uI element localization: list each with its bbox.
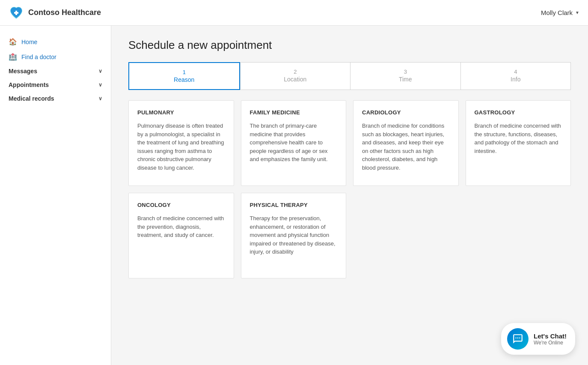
sidebar-item-find-doctor[interactable]: 🏥 Find a doctor <box>0 49 111 64</box>
step-time-number: 3 <box>359 69 452 75</box>
step-reason[interactable]: 1 Reason <box>128 62 240 90</box>
svg-rect-0 <box>516 338 517 338</box>
sidebar-section-messages-label: Messages <box>9 68 37 75</box>
card-title-cardiology: CARDIOLOGY <box>362 109 450 116</box>
main-content: Schedule a new appointment 1 Reason 2 Lo… <box>111 26 588 365</box>
chat-status: We're Online <box>534 340 567 346</box>
chat-text: Let's Chat! We're Online <box>534 332 567 346</box>
card-cardiology[interactable]: CARDIOLOGY Branch of medicine for condit… <box>353 100 459 186</box>
step-location-label: Location <box>249 76 342 83</box>
sidebar-section-appointments[interactable]: Appointments ∨ <box>0 78 111 92</box>
sidebar-section-appointments-label: Appointments <box>9 81 49 88</box>
chat-widget[interactable]: Let's Chat! We're Online <box>501 323 575 355</box>
card-pulmonary[interactable]: PULMONARY Pulmonary disease is often tre… <box>128 100 234 186</box>
step-reason-number: 1 <box>138 69 231 75</box>
app-header: Contoso Healthcare Molly Clark ▼ <box>0 0 588 26</box>
find-doctor-icon: 🏥 <box>9 53 17 61</box>
medical-records-chevron-icon: ∨ <box>98 96 102 102</box>
appointments-chevron-icon: ∨ <box>98 82 102 88</box>
card-desc-gastrology: Branch of medicine concerned with the st… <box>475 122 562 155</box>
card-desc-pulmonary: Pulmonary disease is often treated by a … <box>137 122 225 172</box>
user-menu-chevron: ▼ <box>575 10 579 15</box>
card-title-gastrology: GASTROLOGY <box>475 109 562 116</box>
step-reason-label: Reason <box>138 76 231 83</box>
sidebar-item-home[interactable]: 🏠 Home <box>0 34 111 49</box>
specialties-grid: PULMONARY Pulmonary disease is often tre… <box>128 100 571 278</box>
messages-chevron-icon: ∨ <box>98 68 102 74</box>
card-desc-oncology: Branch of medicine concerned with the pr… <box>137 214 225 239</box>
step-info-number: 4 <box>469 69 562 75</box>
step-time[interactable]: 3 Time <box>350 62 460 90</box>
card-family-medicine[interactable]: FAMILY MEDICINE The branch of primary-ca… <box>241 100 347 186</box>
card-desc-cardiology: Branch of medicine for conditions such a… <box>362 122 450 172</box>
page-title: Schedule a new appointment <box>128 39 571 52</box>
card-title-pulmonary: PULMONARY <box>137 109 225 116</box>
sidebar-section-messages[interactable]: Messages ∨ <box>0 64 111 78</box>
sidebar-section-medical-records-label: Medical records <box>9 95 54 102</box>
card-desc-family-medicine: The branch of primary-care medicine that… <box>250 122 338 164</box>
sidebar-label-home: Home <box>21 39 37 45</box>
card-title-oncology: ONCOLOGY <box>137 202 225 208</box>
sidebar: 🏠 Home 🏥 Find a doctor Messages ∨ Appoin… <box>0 26 111 365</box>
logo-area: Contoso Healthcare <box>9 5 101 21</box>
chat-icon-circle <box>507 328 529 350</box>
card-title-family-medicine: FAMILY MEDICINE <box>250 109 338 116</box>
svg-rect-2 <box>519 338 520 338</box>
user-name: Molly Clark <box>541 9 573 16</box>
card-oncology[interactable]: ONCOLOGY Branch of medicine concerned wi… <box>128 193 234 278</box>
app-name: Contoso Healthcare <box>28 8 101 17</box>
card-physical-therapy[interactable]: PHYSICAL THERAPY Therapy for the preserv… <box>241 193 347 278</box>
home-icon: 🏠 <box>9 38 17 46</box>
step-location[interactable]: 2 Location <box>240 62 350 90</box>
main-layout: 🏠 Home 🏥 Find a doctor Messages ∨ Appoin… <box>0 26 588 365</box>
step-info[interactable]: 4 Info <box>460 62 571 90</box>
appointment-stepper: 1 Reason 2 Location 3 Time 4 Info <box>128 62 571 90</box>
chat-title: Let's Chat! <box>534 332 567 340</box>
step-location-number: 2 <box>249 69 342 75</box>
card-desc-physical-therapy: Therapy for the preservation, enhancemen… <box>250 214 338 256</box>
sidebar-section-medical-records[interactable]: Medical records ∨ <box>0 92 111 105</box>
step-info-label: Info <box>469 76 562 83</box>
chat-icon <box>512 333 523 344</box>
card-gastrology[interactable]: GASTROLOGY Branch of medicine concerned … <box>466 100 571 186</box>
logo-icon <box>9 5 24 21</box>
step-time-label: Time <box>359 76 452 83</box>
sidebar-label-find-doctor: Find a doctor <box>21 54 56 60</box>
card-title-physical-therapy: PHYSICAL THERAPY <box>250 202 338 208</box>
user-menu[interactable]: Molly Clark ▼ <box>541 9 579 16</box>
svg-rect-1 <box>517 338 518 338</box>
